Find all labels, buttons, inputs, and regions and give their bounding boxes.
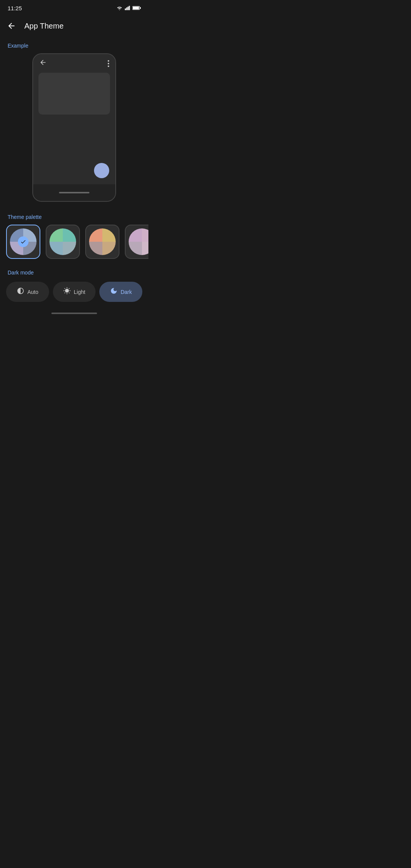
signal-icon [125, 6, 130, 10]
palette-item-4[interactable] [125, 225, 148, 259]
dark-mode-options: Auto Light Dark [0, 282, 148, 310]
wifi-icon [116, 6, 123, 10]
svg-rect-3 [129, 6, 130, 10]
status-time: 11:25 [8, 5, 22, 11]
phone-mockup [32, 53, 116, 202]
auto-label: Auto [27, 289, 38, 295]
example-label: Example [0, 37, 148, 53]
mode-auto-button[interactable]: Auto [6, 282, 49, 302]
light-icon [63, 287, 71, 297]
dark-mode-label: Dark mode [0, 266, 148, 282]
phone-content-area [38, 73, 110, 115]
bottom-nav [0, 310, 148, 320]
palette-item-1[interactable] [6, 225, 40, 259]
header: App Theme [0, 15, 148, 37]
example-preview [0, 53, 148, 208]
palette-grid-2 [49, 228, 76, 255]
bottom-home-indicator [51, 313, 97, 314]
selected-check-1 [18, 236, 29, 247]
page-title: App Theme [24, 22, 142, 30]
svg-rect-1 [126, 8, 127, 10]
mode-light-button[interactable]: Light [53, 282, 96, 302]
phone-home-indicator [59, 192, 89, 193]
svg-rect-6 [133, 7, 139, 10]
theme-palette-label: Theme palette [0, 208, 148, 225]
dark-icon [110, 287, 118, 297]
dark-label: Dark [121, 289, 132, 295]
mode-dark-button[interactable]: Dark [99, 282, 142, 302]
palette-grid-4 [129, 228, 148, 255]
status-bar: 11:25 [0, 0, 148, 15]
palette-item-3[interactable] [85, 225, 119, 259]
back-arrow-icon [7, 21, 16, 30]
back-button[interactable] [3, 18, 20, 34]
status-icons [116, 6, 141, 10]
phone-bottom-bar [33, 184, 115, 201]
svg-rect-0 [125, 8, 126, 10]
phone-main-area [33, 115, 115, 184]
phone-top-bar [33, 54, 115, 73]
svg-rect-2 [127, 7, 129, 10]
svg-rect-5 [140, 7, 141, 9]
phone-fab [94, 163, 109, 178]
palette-item-2[interactable] [46, 225, 80, 259]
check-icon [20, 239, 26, 245]
palette-grid-3 [89, 228, 116, 255]
battery-icon [132, 6, 141, 10]
phone-menu-icon [108, 60, 109, 67]
auto-icon [17, 287, 24, 297]
palette-container [0, 225, 148, 266]
light-label: Light [74, 289, 85, 295]
phone-back-icon [39, 59, 47, 68]
